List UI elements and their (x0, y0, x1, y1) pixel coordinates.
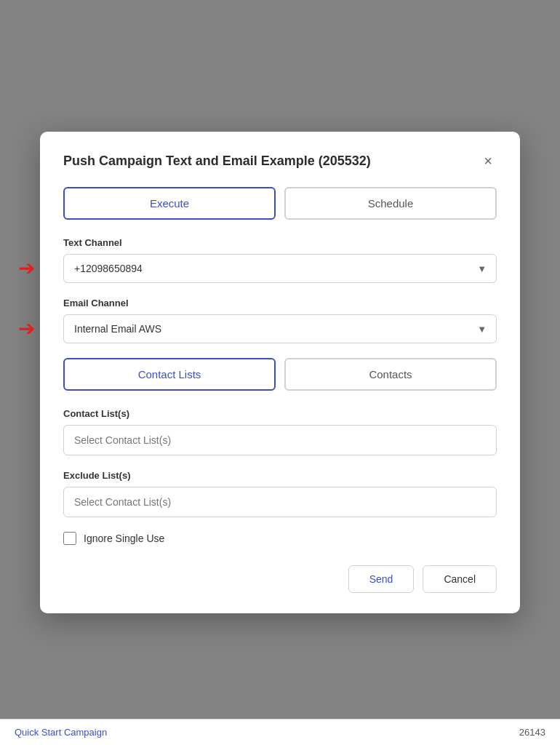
contact-list-label: Contact List(s) (63, 408, 497, 419)
text-channel-label: Text Channel (63, 237, 497, 248)
bottom-bar: Quick Start Campaign 26143 (0, 719, 560, 745)
contact-list-section: Contact List(s) (63, 408, 497, 455)
modal-title: Push Campaign Text and Email Example (20… (63, 154, 371, 169)
ignore-single-use-row: Ignore Single Use (63, 532, 497, 545)
text-channel-select[interactable]: +12098650894 (63, 254, 497, 283)
contact-lists-tab[interactable]: Contact Lists (63, 358, 276, 391)
exclude-list-label: Exclude List(s) (63, 470, 497, 481)
schedule-tab[interactable]: Schedule (284, 187, 497, 220)
email-channel-section: Email Channel ➔ Internal Email AWS ▼ (63, 298, 497, 343)
modal-header: Push Campaign Text and Email Example (20… (63, 152, 497, 170)
ignore-single-use-checkbox[interactable] (63, 532, 76, 545)
email-channel-dropdown-wrapper: ➔ Internal Email AWS ▼ (63, 314, 497, 343)
text-channel-section: Text Channel ➔ +12098650894 ▼ (63, 237, 497, 283)
cancel-button[interactable]: Cancel (423, 565, 497, 593)
email-channel-label: Email Channel (63, 298, 497, 308)
contact-lists-contacts-tabs: Contact Lists Contacts (63, 358, 497, 391)
execute-schedule-tabs: Execute Schedule (63, 187, 497, 220)
modal-footer: Send Cancel (63, 565, 497, 593)
text-channel-dropdown-wrapper: ➔ +12098650894 ▼ (63, 254, 497, 283)
exclude-list-input[interactable] (63, 487, 497, 517)
execute-tab[interactable]: Execute (63, 187, 276, 220)
quick-start-link[interactable]: Quick Start Campaign (15, 727, 107, 738)
close-button[interactable]: × (479, 152, 497, 170)
ignore-single-use-label: Ignore Single Use (84, 533, 164, 544)
send-button[interactable]: Send (348, 565, 415, 593)
email-channel-select[interactable]: Internal Email AWS (63, 314, 497, 343)
contacts-tab[interactable]: Contacts (284, 358, 497, 391)
modal-dialog: Push Campaign Text and Email Example (20… (40, 132, 520, 613)
bottom-bar-number: 26143 (519, 727, 545, 738)
contact-list-input[interactable] (63, 425, 497, 455)
exclude-list-section: Exclude List(s) (63, 470, 497, 517)
